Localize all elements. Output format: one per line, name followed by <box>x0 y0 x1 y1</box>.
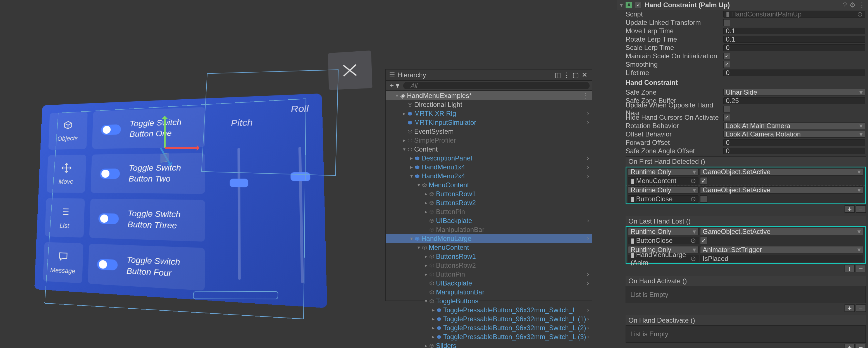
component-enabled-checkbox[interactable]: ✓ <box>635 2 642 8</box>
gizmo-x-axis[interactable] <box>165 147 198 149</box>
panel-pin-icon[interactable]: ◫ <box>554 71 562 79</box>
hierarchy-item[interactable]: MRTKInputSimulator› <box>386 118 592 127</box>
slider-thumb[interactable] <box>290 172 310 181</box>
event-add-button[interactable]: + <box>844 205 855 213</box>
prefab-open-icon[interactable]: › <box>587 306 589 314</box>
hierarchy-item[interactable]: ▸ButtonPin <box>386 207 592 216</box>
panel-menu-icon[interactable]: ⋮ <box>563 71 570 79</box>
hierarchy-item[interactable]: EventSystem <box>386 127 592 136</box>
menu-tile-message[interactable]: Message <box>43 242 83 283</box>
foldout-arrow-icon[interactable]: ▸ <box>430 334 436 340</box>
hierarchy-item[interactable]: ▸TogglePressableButton_96x32mm_Switch_L … <box>386 314 592 323</box>
property-input[interactable]: 0.1 <box>723 36 865 43</box>
event-arg-input[interactable]: IsPlaced <box>700 255 863 262</box>
hierarchy-item[interactable]: ▸TogglePressableButton_96x32mm_Switch_L … <box>386 323 592 333</box>
close-button-box[interactable] <box>328 50 373 90</box>
event-mode-dropdown[interactable]: Runtime Only <box>628 186 699 194</box>
hierarchy-tree[interactable]: ▾◈HandMenuExamples*⋮Directional Light▸MR… <box>386 91 592 348</box>
hierarchy-item[interactable]: ▾MenuContent <box>386 243 592 252</box>
menu-tile-objects[interactable]: Objects <box>48 112 88 149</box>
toggle-switch[interactable] <box>97 259 118 270</box>
event-arg-checkbox[interactable]: ✓ <box>700 237 707 244</box>
prefab-open-icon[interactable]: › <box>587 280 589 287</box>
event-mode-dropdown[interactable]: Runtime Only <box>628 228 699 235</box>
prefab-open-icon[interactable]: › <box>587 315 589 323</box>
foldout-arrow-icon[interactable]: ▾ <box>620 2 623 8</box>
prefab-open-icon[interactable]: › <box>587 164 589 171</box>
hierarchy-item[interactable]: ▸TogglePressableButton_96x32mm_Switch_L› <box>386 306 592 314</box>
property-input[interactable]: 0 <box>723 44 865 51</box>
scene-row[interactable]: ▾◈HandMenuExamples*⋮ <box>386 91 592 100</box>
hierarchy-item[interactable]: ManipulationBar <box>386 288 592 297</box>
add-button[interactable]: + ▾ <box>388 81 401 90</box>
hierarchy-item[interactable]: UIBackplate› <box>386 216 592 225</box>
hierarchy-item[interactable]: ▸Sliders <box>386 341 592 348</box>
hierarchy-item[interactable]: ▸HandMenu1x4› <box>386 163 592 172</box>
property-checkbox[interactable] <box>723 19 730 26</box>
prefab-open-icon[interactable]: › <box>587 271 589 278</box>
hierarchy-item[interactable]: Directional Light <box>386 100 592 109</box>
toggle-switch[interactable] <box>100 168 120 179</box>
menu-tile-move[interactable]: Move <box>46 154 86 193</box>
foldout-arrow-icon[interactable]: ▸ <box>401 110 407 117</box>
hierarchy-item[interactable]: ▸DescriptionPanel› <box>386 154 592 163</box>
event-function-dropdown[interactable]: GameObject.SetActive <box>700 186 863 194</box>
hierarchy-item[interactable]: ▾HandMenuLarge› <box>386 234 592 243</box>
component-header[interactable]: ▾ # ✓ Hand Constraint (Palm Up) ? ⚙ ⋮ <box>617 0 868 10</box>
foldout-arrow-icon[interactable]: ▸ <box>423 200 429 206</box>
prefab-open-icon[interactable]: › <box>587 235 589 242</box>
event-mode-dropdown[interactable]: Runtime Only <box>628 168 699 176</box>
slider-thumb[interactable] <box>230 179 249 187</box>
property-input[interactable]: 0.1 <box>723 28 865 34</box>
slider-track[interactable] <box>298 147 304 283</box>
prefab-open-icon[interactable]: › <box>587 324 589 332</box>
toggle-tile-1[interactable]: Toggle SwitchButton Two <box>91 153 205 194</box>
hierarchy-item[interactable]: ManipulationBar <box>386 225 592 234</box>
event-add-button[interactable]: + <box>844 305 855 312</box>
foldout-arrow-icon[interactable]: ▾ <box>423 298 429 304</box>
menu-tile-list[interactable]: List <box>45 198 85 238</box>
toggle-switch[interactable] <box>98 213 119 224</box>
hierarchy-item[interactable]: ▾MenuContent <box>386 180 592 189</box>
prefab-open-icon[interactable]: › <box>587 110 589 117</box>
event-function-dropdown[interactable]: Animator.SetTrigger <box>700 246 863 253</box>
prefab-open-icon[interactable]: › <box>587 172 589 180</box>
property-input[interactable]: 0 <box>723 139 865 146</box>
event-object-field[interactable]: ▮ HandMenuLarge (Anim <box>628 255 699 262</box>
hierarchy-item[interactable]: ▸ButtonsRow1 <box>386 189 592 199</box>
event-remove-button[interactable]: − <box>856 344 866 348</box>
event-object-field[interactable]: ▮ ButtonClose <box>628 237 699 244</box>
foldout-arrow-icon[interactable]: ▸ <box>423 343 429 348</box>
foldout-arrow-icon[interactable]: ▸ <box>409 164 414 170</box>
foldout-arrow-icon[interactable]: ▸ <box>423 253 429 259</box>
foldout-arrow-icon[interactable]: ▸ <box>430 325 436 331</box>
foldout-arrow-icon[interactable]: ▸ <box>401 137 407 143</box>
foldout-arrow-icon[interactable]: ▸ <box>423 262 429 269</box>
foldout-arrow-icon[interactable]: ▸ <box>430 316 436 322</box>
hierarchy-item[interactable]: ▸MRTK XR Rig› <box>386 109 592 118</box>
property-checkbox[interactable] <box>723 106 730 112</box>
foldout-arrow-icon[interactable]: ▸ <box>430 307 436 313</box>
gizmo-center[interactable] <box>161 153 169 163</box>
event-remove-button[interactable]: − <box>856 305 866 312</box>
event-arg-checkbox[interactable] <box>700 195 707 203</box>
hierarchy-item[interactable]: ▾HandMenu2x4› <box>386 172 592 180</box>
property-input[interactable]: 0 <box>723 69 865 76</box>
preset-icon[interactable]: ⚙ <box>849 1 856 9</box>
panel-maximize-icon[interactable]: ▢ <box>572 71 580 79</box>
event-add-button[interactable]: + <box>844 265 855 272</box>
event-add-button[interactable]: + <box>844 344 855 348</box>
scene-menu-icon[interactable]: ⋮ <box>582 92 589 100</box>
scene-view[interactable]: ObjectsMoveListMessage Toggle SwitchButt… <box>0 0 385 348</box>
hierarchy-item[interactable]: ▸ButtonsRow2 <box>386 199 592 207</box>
hierarchy-search-input[interactable] <box>403 82 590 89</box>
property-input[interactable]: 0.25 <box>723 97 865 104</box>
foldout-arrow-icon[interactable]: ▾ <box>401 146 407 152</box>
foldout-arrow-icon[interactable]: ▸ <box>409 155 414 161</box>
hierarchy-item[interactable]: ▾Content <box>386 145 592 154</box>
hierarchy-item[interactable]: ▾ToggleButtons <box>386 297 592 306</box>
foldout-arrow-icon[interactable]: ▸ <box>423 271 429 277</box>
property-dropdown[interactable]: Look At Camera Rotation <box>723 131 865 138</box>
hierarchy-item[interactable]: ▸ButtonsRow1 <box>386 252 592 261</box>
toggle-switch[interactable] <box>101 124 121 135</box>
